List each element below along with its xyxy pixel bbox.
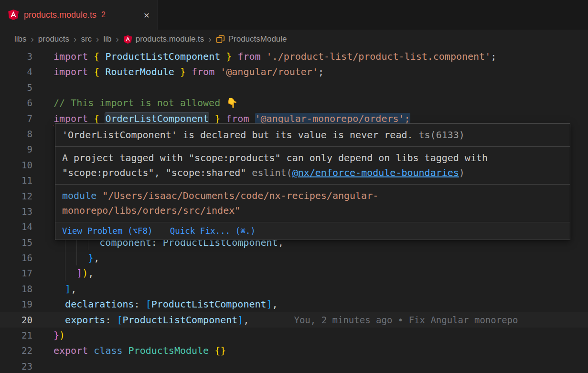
- breadcrumb-separator-icon: ›: [31, 34, 34, 44]
- breadcrumb-label: products.module.ts: [136, 34, 204, 44]
- code-token: from: [226, 113, 249, 124]
- eslint-source-close: ): [459, 167, 465, 178]
- code-token: import: [53, 51, 88, 62]
- code-token: [249, 113, 255, 124]
- quick-fix-action[interactable]: Quick Fix... (⌘.): [170, 226, 256, 236]
- tab-bar: products.module.ts 2 ×: [0, 0, 588, 30]
- code-token: :: [134, 298, 146, 310]
- code-token: {}: [214, 345, 226, 356]
- module-keyword: module: [62, 190, 96, 201]
- eslint-rule-link[interactable]: @nx/enforce-module-boundaries: [292, 167, 459, 178]
- code-token: }: [209, 113, 220, 124]
- breadcrumb-separator-icon: ›: [74, 34, 76, 44]
- eslint-message-line1: A project tagged with "scope:products" c…: [62, 152, 488, 164]
- code-token: ;: [318, 66, 324, 77]
- hover-module-info: module"/Users/isaac/Documents/code/nx-re…: [55, 185, 570, 222]
- eslint-message-line2: "scope:products", "scope:shared": [62, 167, 252, 178]
- hover-actions: View Problem (⌥F8)Quick Fix... (⌘.): [55, 222, 570, 240]
- code-line-17[interactable]: 17 ]),: [0, 265, 588, 281]
- class-symbol-icon: [216, 35, 225, 44]
- breadcrumb-item-productsmodule[interactable]: ProductsModule: [216, 34, 287, 44]
- line-number: 10: [0, 157, 32, 173]
- code-line-19[interactable]: 19 declarations: [ProductListComponent],: [0, 296, 588, 312]
- breadcrumb-item-src[interactable]: src: [81, 34, 92, 44]
- code-token: import: [53, 113, 88, 124]
- code-editor[interactable]: 3import { ProductListComponent } from '.…: [0, 49, 588, 373]
- close-icon[interactable]: ×: [144, 10, 150, 20]
- code-token: ]: [65, 283, 71, 295]
- code-token: [214, 66, 220, 77]
- code-token: [: [146, 298, 151, 310]
- code-token: ]: [237, 314, 243, 326]
- code-token: [220, 113, 226, 124]
- code-token: export: [53, 345, 88, 356]
- vscode-editor-window: { "colors":{ "accent_blue":"#3794ff","er…: [0, 0, 588, 373]
- code-token: RouterModule: [105, 66, 174, 77]
- indent-guide: [65, 265, 65, 281]
- code-line-23[interactable]: 23: [0, 359, 588, 373]
- code-token: ): [59, 329, 65, 341]
- code-token: [123, 345, 128, 356]
- line-number: 18: [0, 281, 32, 296]
- code-token: [53, 283, 65, 295]
- code-line-5[interactable]: 5: [0, 80, 588, 95]
- line-number: 8: [0, 126, 32, 142]
- ts-error-code: ts(6133): [419, 129, 465, 141]
- hover-popup: 'OrderListComponent' is declared but its…: [55, 123, 570, 240]
- code-line-22[interactable]: 22export class ProductsModule {}: [0, 343, 588, 358]
- code-token: ): [82, 267, 88, 279]
- line-number: 14: [0, 219, 32, 234]
- breadcrumb: libs›products›src›lib›products.module.ts…: [0, 30, 588, 49]
- line-number: 11: [0, 173, 32, 188]
- code-token: }: [220, 51, 232, 62]
- code-line-6[interactable]: 6// This import is not allowed 👇: [0, 95, 588, 110]
- code-token: {: [94, 113, 105, 124]
- indent-guide: [76, 250, 77, 265]
- line-number: 7: [0, 111, 32, 126]
- code-token: ProductsModule: [128, 345, 209, 356]
- hover-eslint-diagnostic: A project tagged with "scope:products" c…: [55, 147, 570, 185]
- code-line-21[interactable]: 21}): [0, 328, 588, 343]
- line-number: 16: [0, 250, 32, 265]
- code-token: ,: [88, 267, 94, 279]
- code-line-16[interactable]: 16 },: [0, 250, 588, 265]
- line-number: 4: [0, 64, 32, 79]
- line-number: 21: [0, 328, 32, 343]
- breadcrumb-item-products[interactable]: products: [38, 34, 69, 44]
- line-number: 22: [0, 343, 32, 358]
- code-line-4[interactable]: 4import { RouterModule } from '@angular/…: [0, 64, 588, 79]
- code-line-18[interactable]: 18 ],: [0, 281, 588, 296]
- breadcrumb-item-products-module-ts[interactable]: products.module.ts: [123, 34, 204, 44]
- line-number: 3: [0, 49, 32, 64]
- view-problem-action[interactable]: View Problem (⌥F8): [62, 226, 153, 236]
- line-number: 5: [0, 80, 32, 95]
- code-token: ]: [76, 267, 82, 279]
- code-token: ,: [94, 252, 99, 263]
- code-token: class: [94, 345, 122, 356]
- code-token: from: [237, 51, 260, 62]
- line-number: 13: [0, 204, 32, 219]
- breadcrumb-separator-icon: ›: [96, 34, 99, 44]
- tab-products-module-ts[interactable]: products.module.ts 2 ×: [0, 0, 158, 30]
- code-token: [53, 298, 65, 310]
- code-token: [232, 51, 237, 62]
- line-number: 17: [0, 265, 32, 281]
- breadcrumb-item-lib[interactable]: lib: [103, 34, 111, 44]
- code-token: ;: [491, 51, 496, 62]
- code-token: ,: [71, 283, 76, 295]
- eslint-source-open: eslint(: [252, 167, 292, 178]
- code-token: [88, 51, 94, 62]
- breadcrumb-label: src: [81, 34, 92, 44]
- breadcrumb-item-libs[interactable]: libs: [14, 34, 27, 44]
- code-line-20[interactable]: 20 exports: [ProductListComponent],You, …: [0, 312, 588, 328]
- code-token: }: [88, 252, 94, 263]
- module-path-line2: monorepo/libs/orders/src/index": [62, 205, 240, 216]
- module-path-line1: "/Users/isaac/Documents/code/nx-recipes/…: [102, 190, 378, 201]
- code-token: [88, 66, 94, 77]
- hover-ts-diagnostic: 'OrderListComponent' is declared but its…: [55, 124, 570, 147]
- code-line-3[interactable]: 3import { ProductListComponent } from '.…: [0, 49, 588, 64]
- code-token: [53, 252, 88, 263]
- line-number: 19: [0, 296, 32, 312]
- code-token: import: [53, 66, 88, 77]
- code-token: [88, 113, 94, 124]
